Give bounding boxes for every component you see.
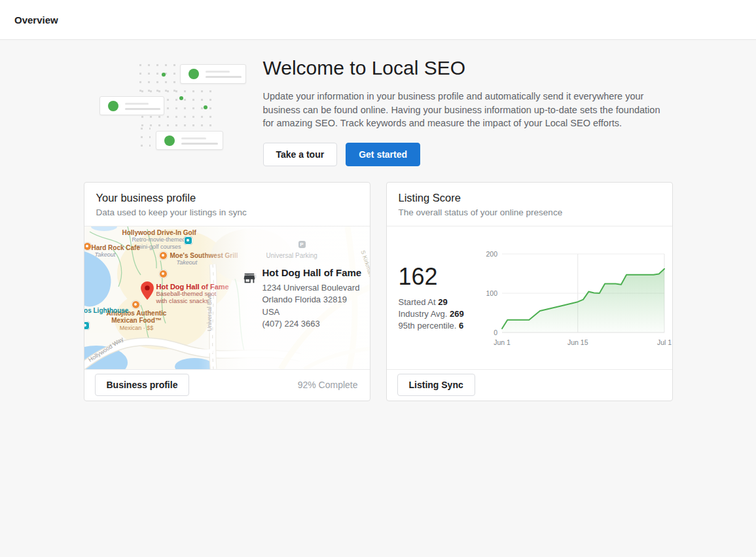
svg-text:100: 100 xyxy=(486,289,497,296)
take-a-tour-button[interactable]: Take a tour xyxy=(263,143,338,166)
green-circle-icon xyxy=(189,69,199,79)
business-address-line1: 1234 Universal Boulevard xyxy=(262,282,362,294)
business-address-line3: USA xyxy=(262,306,362,318)
storefront-icon xyxy=(242,271,257,285)
card-title: Your business profile xyxy=(96,192,358,204)
listing-card-graphic xyxy=(99,96,164,115)
stat-95th-percentile: 95th percentile. 6 xyxy=(399,320,478,332)
svg-text:Jul 1: Jul 1 xyxy=(657,338,671,346)
parking-pin-icon: P xyxy=(298,241,306,248)
profile-completion-status: 92% Complete xyxy=(298,380,358,390)
card-subtitle: The overall status of your online presen… xyxy=(399,207,660,217)
stat-industry-avg: Industry Avg. 269 xyxy=(399,308,478,320)
hero-title: Welcome to Local SEO xyxy=(263,57,673,79)
business-map: Hollywood Drive-In Golf Retro-movie-them… xyxy=(84,226,370,369)
business-info: Hot Dog Hall of Fame 1234 Universal Boul… xyxy=(242,267,362,331)
listing-sync-button[interactable]: Listing Sync xyxy=(397,374,475,396)
green-circle-icon xyxy=(108,101,118,111)
green-dot xyxy=(179,96,183,100)
stat-started-at: Started At 29 xyxy=(399,296,478,308)
get-started-button[interactable]: Get started xyxy=(346,143,420,166)
card-title: Listing Score xyxy=(399,192,660,204)
dot-grid xyxy=(137,124,151,147)
green-circle-icon xyxy=(164,135,175,146)
business-profile-card: Your business profile Data used to keep … xyxy=(84,182,370,401)
top-bar: Overview xyxy=(0,0,756,40)
svg-text:200: 200 xyxy=(486,249,497,257)
listing-card-graphic xyxy=(156,131,223,150)
listing-score-chart: 0100200Jun 1Jun 15Jul 1 xyxy=(478,246,672,350)
hero-section: Welcome to Local SEO Update your informa… xyxy=(84,56,673,166)
card-subtitle: Data used to keep your listings in sync xyxy=(96,207,358,217)
svg-text:Jun 15: Jun 15 xyxy=(567,338,588,346)
listings-illustration xyxy=(97,56,254,155)
svg-text:0: 0 xyxy=(494,328,497,336)
business-name: Hot Dog Hall of Fame xyxy=(262,267,362,278)
business-phone: (407) 224 3663 xyxy=(262,318,362,330)
listing-score-card: Listing Score The overall status of your… xyxy=(386,182,673,401)
business-address-line2: Orlando Florida 32819 xyxy=(262,294,362,306)
listing-card-graphic xyxy=(180,64,246,84)
listing-score-value: 162 xyxy=(399,263,478,291)
hero-description: Update your information in your business… xyxy=(263,90,670,130)
svg-text:Jun 1: Jun 1 xyxy=(494,338,511,346)
business-profile-button[interactable]: Business profile xyxy=(95,374,190,396)
faded-label-parking: Universal Parking xyxy=(266,252,317,259)
green-dot xyxy=(162,73,166,77)
green-dot xyxy=(204,105,207,109)
page-title: Overview xyxy=(14,14,58,26)
